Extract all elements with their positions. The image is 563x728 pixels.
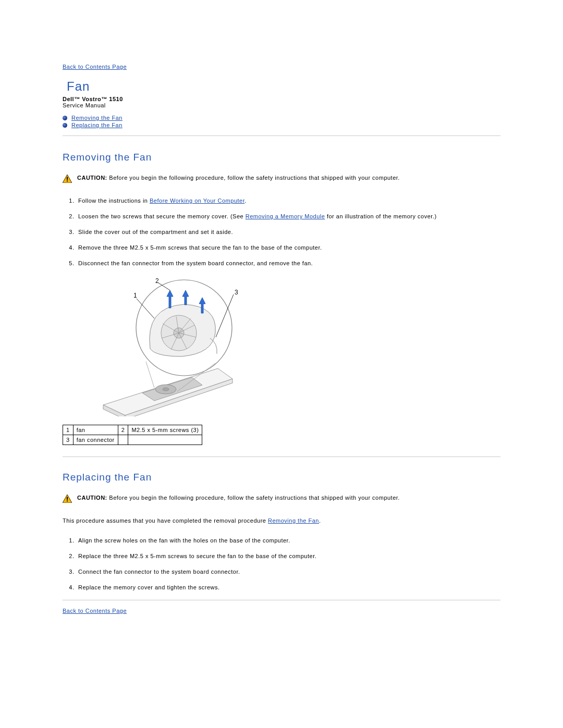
cell (118, 435, 128, 445)
caution-body: Before you begin the following procedure… (107, 175, 400, 181)
toc-link-replacing[interactable]: Replacing the Fan (71, 122, 123, 128)
cell: 2 (118, 425, 128, 435)
table-row: 1 fan 2 M2.5 x 5-mm screws (3) (63, 425, 202, 435)
caution-icon (63, 495, 72, 503)
caution-label: CAUTION: (77, 175, 107, 181)
cell: fan connector (73, 435, 118, 445)
figure-label-3: 3 (235, 289, 238, 296)
assume-post: . (319, 517, 321, 524)
step-text: Follow the instructions in (78, 198, 150, 204)
product-name: Dell™ Vostro™ 1510 (63, 96, 500, 102)
divider (63, 456, 500, 457)
bullet-icon (63, 116, 67, 120)
svg-rect-25 (67, 497, 68, 500)
cell (128, 435, 202, 445)
assumption-note: This procedure assumes that you have com… (63, 517, 500, 524)
toc: Removing the Fan Replacing the Fan (63, 115, 500, 128)
cell: 1 (63, 425, 74, 435)
toc-link-removing[interactable]: Removing the Fan (71, 115, 123, 121)
caution-text: CAUTION: Before you begin the following … (77, 175, 400, 181)
parts-table: 1 fan 2 M2.5 x 5-mm screws (3) 3 fan con… (63, 425, 202, 445)
link-before-working[interactable]: Before Working on Your Computer (150, 198, 244, 204)
step: Remove the three M2.5 x 5-mm screws that… (76, 244, 500, 251)
cell: 3 (63, 435, 74, 445)
toc-item-removing: Removing the Fan (63, 115, 500, 121)
back-to-contents-bottom[interactable]: Back to Contents Page (63, 608, 127, 614)
caution-body: Before you begin the following procedure… (107, 495, 400, 501)
svg-rect-2 (67, 180, 68, 181)
assume-pre: This procedure assumes that you have com… (63, 517, 268, 524)
figure-label-2: 2 (155, 277, 159, 285)
back-to-contents-top[interactable]: Back to Contents Page (63, 64, 127, 70)
svg-rect-26 (67, 500, 68, 501)
caution-block: CAUTION: Before you begin the following … (63, 495, 500, 503)
caution-text: CAUTION: Before you begin the following … (77, 495, 400, 501)
caution-icon (63, 175, 72, 183)
step: Disconnect the fan connector from the sy… (76, 260, 500, 266)
steps-replacing: Align the screw holes on the fan with th… (63, 537, 500, 590)
step: Replace the three M2.5 x 5-mm screws to … (76, 553, 500, 559)
step-text: . (244, 198, 247, 204)
svg-rect-1 (67, 177, 68, 180)
figure-label-1: 1 (133, 292, 137, 299)
step: Replace the memory cover and tighten the… (76, 584, 500, 590)
step-text: Loosen the two screws that secure the me… (78, 213, 246, 219)
cell: fan (73, 425, 118, 435)
caution-label: CAUTION: (77, 495, 107, 501)
link-removing-fan[interactable]: Removing the Fan (268, 517, 319, 524)
section-heading-replacing: Replacing the Fan (63, 472, 500, 483)
steps-removing: Follow the instructions in Before Workin… (63, 198, 500, 266)
svg-point-18 (163, 388, 169, 391)
step: Follow the instructions in Before Workin… (76, 198, 500, 204)
table-row: 3 fan connector (63, 435, 202, 445)
page-title: Fan (67, 79, 500, 94)
step: Align the screw holes on the fan with th… (76, 537, 500, 544)
step: Loosen the two screws that secure the me… (76, 213, 500, 219)
cell: M2.5 x 5-mm screws (3) (128, 425, 202, 435)
toc-item-replacing: Replacing the Fan (63, 122, 500, 128)
step-text: for an illustration of the memory cover.… (325, 213, 436, 219)
caution-block: CAUTION: Before you begin the following … (63, 175, 500, 183)
figure-fan-removal: 1 2 3 (93, 276, 500, 417)
svg-line-19 (146, 362, 154, 388)
divider (63, 600, 500, 600)
divider (63, 135, 500, 136)
step: Connect the fan connector to the system … (76, 569, 500, 575)
section-heading-removing: Removing the Fan (63, 152, 500, 163)
subtitle: Service Manual (63, 102, 500, 108)
bullet-icon (63, 123, 67, 128)
step: Slide the cover out of the compartment a… (76, 229, 500, 235)
link-removing-memory[interactable]: Removing a Memory Module (246, 213, 325, 219)
